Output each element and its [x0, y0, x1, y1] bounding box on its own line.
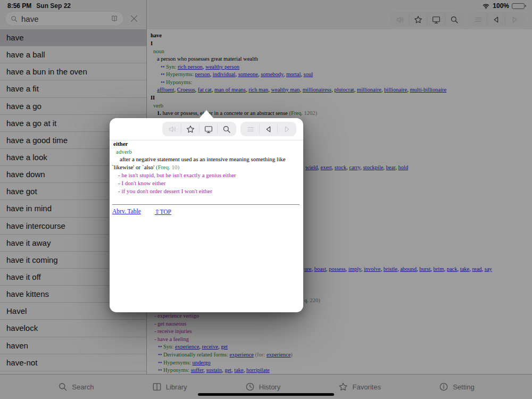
dictionary-app-screen: 8:56 PM Sun Sep 22 100%: [0, 0, 532, 399]
top-link[interactable]: ⇧TOP: [155, 208, 171, 215]
text-segment: - I don't know either: [118, 180, 165, 186]
text-segment: - he isn't stupid, but he isn't exactly …: [118, 172, 236, 178]
text-segment: either: [113, 140, 128, 147]
home-indicator[interactable]: [198, 393, 334, 396]
definition-line: - he isn't stupid, but he isn't exactly …: [118, 171, 236, 179]
text-segment: - if you don't order dessert I won't eit…: [118, 188, 212, 194]
popup-rule: [112, 204, 300, 205]
text-segment: adverb: [116, 148, 132, 155]
text-segment: `likewise' or `also': [112, 164, 156, 170]
abbreviation-table-link[interactable]: Abrv. Table: [112, 208, 141, 215]
popup-arrow: [199, 110, 214, 119]
text-segment: after a negative statement used as an in…: [120, 156, 286, 162]
definition-line: - if you don't order dessert I won't eit…: [118, 187, 212, 195]
text-segment: 10): [170, 164, 179, 170]
definition-line: adverb: [116, 148, 132, 156]
definition-line: either: [113, 140, 128, 148]
popup-footer-links: Abrv. Table ⇧TOP: [112, 208, 171, 215]
word-popup: eitheradverbafter a negative statement u…: [110, 118, 303, 312]
definition-line: after a negative statement used as an in…: [120, 155, 286, 163]
text-segment: (Freq.: [156, 164, 170, 170]
definition-line: `likewise' or `also' (Freq. 10): [112, 163, 179, 171]
definition-line: - I don't know either: [118, 179, 165, 187]
